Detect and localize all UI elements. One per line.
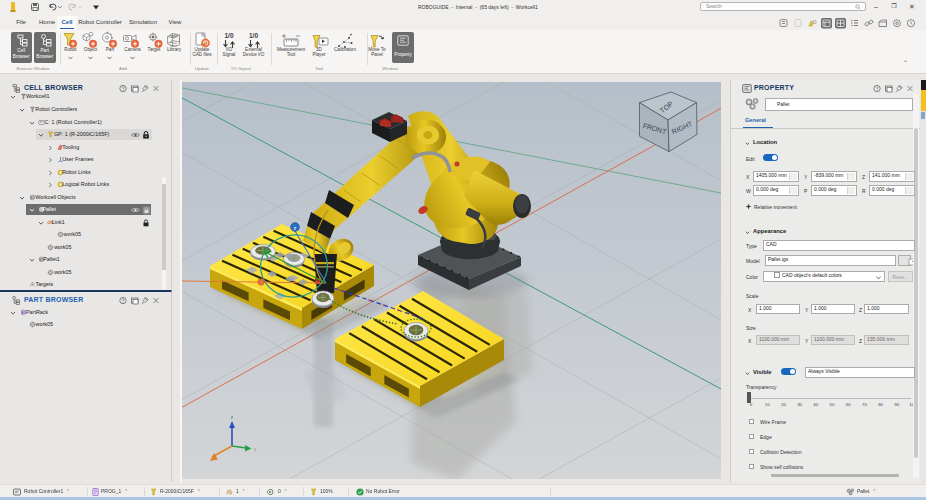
- svg-text:z: z: [294, 225, 297, 231]
